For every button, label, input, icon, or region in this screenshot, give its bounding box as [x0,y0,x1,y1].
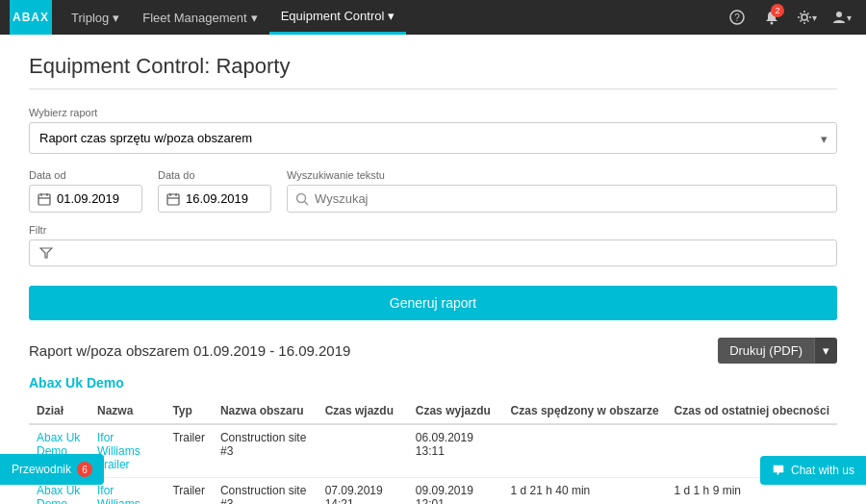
bell-button[interactable]: 2 [756,0,787,35]
filter-wrapper[interactable] [29,239,837,266]
search-field: Wyszukiwanie tekstu [287,169,837,213]
col-typ: Typ [165,398,213,424]
nav-triplog[interactable]: Triplog ▾ [60,0,131,35]
calendar-icon-from [38,192,51,206]
przewodnik-button[interactable]: Przewodnik 6 [0,454,104,485]
report-select-label: Wybierz raport [29,107,837,118]
help-button[interactable]: ? [722,0,752,35]
col-wyjazd: Czas wyjazdu [408,398,503,424]
nav-fleet[interactable]: Fleet Management ▾ [131,0,268,35]
help-icon: ? [729,10,745,25]
section-title: Abax Uk Demo [29,375,837,391]
user-icon [831,10,847,25]
col-nazwa: Nazwa [89,398,165,424]
nav-fleet-arrow: ▾ [251,11,258,25]
gear-arrow: ▾ [812,13,817,23]
chat-button[interactable]: Chat with us [760,456,866,485]
page-title: Equipment Control: Raporty [29,54,837,89]
svg-point-3 [802,14,807,20]
search-wrapper [287,185,837,213]
svg-point-4 [836,12,842,17]
report-title: Raport w/poza obszarem 01.09.2019 - 16.0… [29,342,350,359]
report-select-section: Wybierz raport Raport czas sprzętu w/poz… [29,107,837,154]
col-od-ostatniej: Czas od ostatniej obecności [667,398,837,424]
svg-point-2 [771,22,774,25]
logo-text: ABAX [13,11,49,24]
nav-equipment-arrow: ▾ [388,9,395,23]
col-obszar: Nazwa obszaru [213,398,318,424]
svg-text:?: ? [734,13,740,23]
calendar-icon-to [166,192,180,206]
col-wjazd: Czas wjazdu [318,398,408,424]
date-to-label: Data do [158,169,271,181]
report-header: Raport w/poza obszarem 01.09.2019 - 16.0… [29,338,837,364]
nav-equipment[interactable]: Equipment Control ▾ [269,0,407,35]
generate-button[interactable]: Generuj raport [29,286,837,320]
date-from-label: Data od [29,169,142,181]
pdf-button[interactable]: Drukuj (PDF) [718,338,814,364]
przewodnik-badge: 6 [77,462,92,477]
chat-label: Chat with us [791,464,854,477]
svg-rect-5 [38,194,50,205]
user-arrow: ▾ [847,13,852,23]
date-search-row: Data od Data do [29,169,837,213]
nav-right: ? 2 ▾ ▾ [722,0,856,35]
date-from-field: Data od [29,169,142,213]
table-row: Abax Uk DemoIfor Williams TrailerTrailer… [29,424,837,478]
col-dzial: Dział [29,398,89,424]
date-from-input[interactable] [57,191,134,206]
date-to-field: Data do [158,169,271,213]
report-select-wrapper: Raport czas sprzętu w/poza obszarem ▾ [29,122,837,154]
filter-label: Filtr [29,224,837,236]
nav-equipment-label: Equipment Control [281,9,385,23]
col-spedzony: Czas spędzony w obszarze [503,398,667,424]
pdf-dropdown-button[interactable]: ▾ [814,338,837,364]
svg-line-14 [305,201,309,205]
svg-point-13 [297,193,306,202]
filter-icon [39,246,53,260]
top-nav: ABAX Triplog ▾ Fleet Management ▾ Equipm… [0,0,866,35]
report-select[interactable]: Raport czas sprzętu w/poza obszarem [29,122,837,154]
table-header-row: Dział Nazwa Typ Nazwa obszaru Czas wjazd… [29,398,837,424]
main-content: Equipment Control: Raporty Wybierz rapor… [0,35,866,504]
table-row: Abax Uk DemoIfor Williams TrailerTrailer… [29,478,837,505]
dzial-link[interactable]: Abax Uk Demo [37,484,80,504]
nav-triplog-label: Triplog [71,11,109,25]
logo[interactable]: ABAX [10,0,52,35]
date-to-input[interactable] [186,191,263,206]
gear-button[interactable]: ▾ [791,0,822,35]
gear-icon [797,10,812,25]
nav-fleet-label: Fleet Management [142,11,246,25]
user-button[interactable]: ▾ [826,0,856,35]
search-input[interactable] [315,191,828,206]
date-to-input-wrapper[interactable] [158,185,271,213]
filter-section: Filtr [29,224,837,266]
date-from-input-wrapper[interactable] [29,185,142,213]
svg-rect-9 [167,194,179,205]
pdf-btn-wrapper: Drukuj (PDF) ▾ [718,338,837,364]
search-label: Wyszukiwanie tekstu [287,169,837,181]
bell-badge: 2 [771,4,784,17]
chat-icon [772,464,785,477]
report-table: Dział Nazwa Typ Nazwa obszaru Czas wjazd… [29,398,837,504]
search-icon [295,192,309,206]
przewodnik-label: Przewodnik [12,463,71,476]
nav-triplog-arrow: ▾ [113,11,119,25]
